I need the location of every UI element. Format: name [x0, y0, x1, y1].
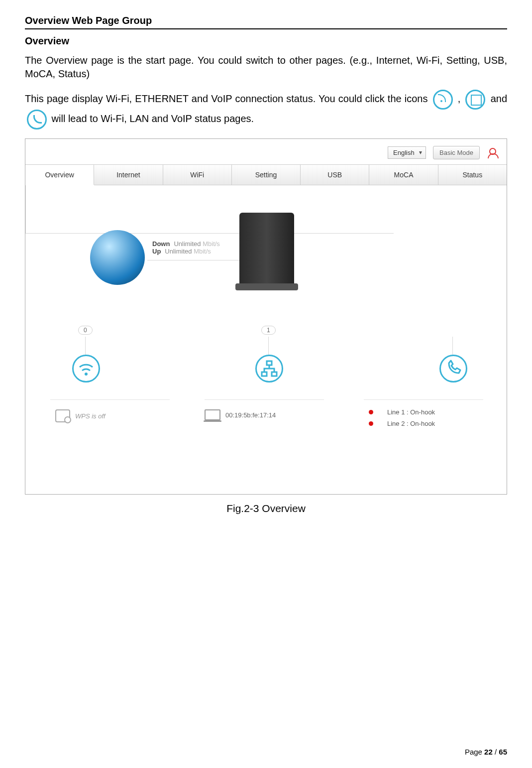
- tab-setting[interactable]: Setting: [232, 165, 301, 185]
- svg-point-0: [85, 373, 88, 376]
- para2-text-c: and: [491, 93, 507, 104]
- overview-screenshot: English Basic Mode Overview Internet WiF…: [25, 138, 507, 495]
- up-label: Up: [152, 248, 161, 255]
- subsection-title: Overview: [25, 35, 507, 47]
- status-dot-icon: [369, 421, 373, 426]
- wifi-icon: [433, 90, 453, 110]
- voip-line1: Line 1 : On-hook: [387, 408, 435, 416]
- tab-internet[interactable]: Internet: [94, 165, 163, 185]
- wps-status: WPS is off: [55, 409, 106, 422]
- tab-usb[interactable]: USB: [301, 165, 369, 185]
- connector-line: [147, 260, 239, 260]
- lan-client: 00:19:5b:fe:17:14: [205, 409, 276, 420]
- divider: [205, 399, 324, 400]
- para2-text-d: will lead to Wi-Fi, LAN and VoIP status …: [52, 113, 254, 124]
- down-label: Down: [152, 240, 170, 248]
- connector-line: [268, 337, 269, 355]
- page-footer: Page 22 / 65: [465, 748, 507, 756]
- user-icon[interactable]: [487, 147, 498, 158]
- up-unit: Mbit/s: [194, 248, 211, 255]
- voip-status: Line 1 : On-hook Line 2 : On-hook: [369, 404, 435, 431]
- tab-overview[interactable]: Overview: [25, 165, 94, 185]
- lan-icon: [465, 90, 485, 110]
- top-bar: English Basic Mode: [25, 139, 507, 164]
- lan-icon[interactable]: [255, 355, 283, 383]
- svg-rect-3: [272, 372, 277, 376]
- svg-rect-1: [267, 361, 272, 365]
- up-value: Unlimited: [165, 248, 192, 255]
- lan-client-count: 1: [261, 326, 276, 335]
- topology-canvas: DownUnlimited Mbit/s UpUnlimited Mbit/s …: [25, 185, 507, 494]
- svg-rect-2: [262, 372, 267, 376]
- status-dot-icon: [369, 410, 373, 414]
- section-title: Overview Web Page Group: [25, 15, 507, 29]
- paragraph-2: This page display Wi-Fi, ETHERNET and Vo…: [25, 90, 507, 129]
- footer-prefix: Page: [465, 748, 484, 756]
- divider: [364, 399, 483, 400]
- footer-page-current: 22: [484, 748, 493, 756]
- down-value: Unlimited: [174, 240, 201, 248]
- wps-icon: [55, 409, 70, 422]
- tab-wifi[interactable]: WiFi: [163, 165, 232, 185]
- laptop-icon: [205, 409, 220, 420]
- connector-line: [25, 233, 394, 234]
- wps-status-text: WPS is off: [75, 412, 106, 420]
- para2-text-a: This page display Wi-Fi, ETHERNET and Vo…: [25, 93, 431, 104]
- connector-line: [25, 185, 26, 233]
- connector-line: [85, 337, 86, 355]
- language-select[interactable]: English: [388, 146, 426, 159]
- phone-icon: [27, 110, 47, 129]
- para2-text-b: ,: [455, 93, 464, 104]
- phone-icon[interactable]: [439, 355, 467, 383]
- tab-moca[interactable]: MoCA: [369, 165, 438, 185]
- basic-mode-button[interactable]: Basic Mode: [433, 146, 480, 159]
- down-unit: Mbit/s: [203, 240, 220, 248]
- mac-address: 00:19:5b:fe:17:14: [225, 411, 276, 419]
- footer-page-total: 65: [499, 748, 507, 756]
- figure-caption: Fig.2-3 Overview: [25, 503, 507, 514]
- router-icon: [239, 213, 294, 287]
- tab-bar: Overview Internet WiFi Setting USB MoCA …: [25, 164, 507, 185]
- paragraph-1: The Overview page is the start page. You…: [25, 54, 507, 81]
- globe-icon: [90, 230, 145, 285]
- tab-status[interactable]: Status: [438, 165, 507, 185]
- divider: [50, 399, 170, 400]
- connector-line: [452, 337, 453, 355]
- wifi-icon[interactable]: [72, 355, 100, 383]
- voip-line2: Line 2 : On-hook: [387, 420, 435, 427]
- footer-sep: /: [493, 748, 499, 756]
- wifi-client-count: 0: [78, 326, 93, 335]
- speed-readout: DownUnlimited Mbit/s UpUnlimited Mbit/s: [152, 240, 220, 255]
